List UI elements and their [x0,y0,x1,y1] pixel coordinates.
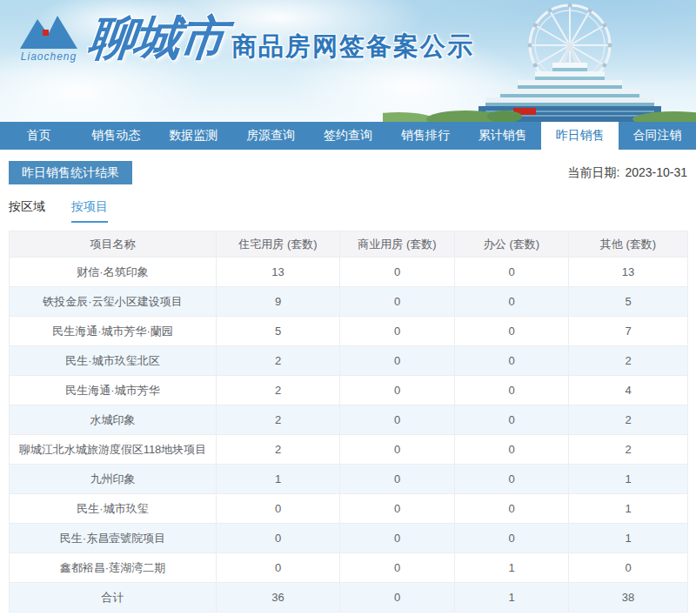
column-header: 住宅用房 (套数) [217,231,340,258]
count-cell: 0 [340,494,455,524]
count-cell: 1 [455,553,569,583]
table-header-row: 项目名称住宅用房 (套数)商业用房 (套数)办公 (套数)其他 (套数) [10,231,688,258]
count-cell: 2 [569,435,688,465]
count-cell: 4 [569,376,688,405]
count-cell: 0 [569,553,688,583]
table-row: 民生海通·城市芳华2004 [10,376,688,405]
column-header: 其他 (套数) [569,231,688,258]
project-name-cell: 铁投金辰·云玺小区建设项目 [10,287,217,317]
table-row: 财信·名筑印象130013 [10,258,688,287]
banner-title: 商品房网签备案公示 [231,30,474,64]
nav-item-contract-cancellation[interactable]: 合同注销 [619,122,696,150]
site-banner: Liaocheng 聊城市 商品房网签备案公示 [0,0,696,122]
count-cell: 38 [569,583,688,613]
table-row: 民生海通·城市芳华·蘭园5007 [10,317,688,346]
table-row: 民生·城市玖玺0001 [10,494,688,524]
main-content: 昨日销售统计结果 当前日期:2023-10-31 按区域按项目 项目名称住宅用房… [0,150,696,613]
count-cell: 1 [217,465,340,494]
count-cell: 0 [340,317,455,346]
project-name-cell: 民生海通·城市芳华 [10,376,217,405]
nav-item-contract-search[interactable]: 签约查询 [310,122,387,150]
nav-item-sales-dynamics[interactable]: 销售动态 [77,122,155,150]
project-name-cell: 财信·名筑印象 [10,258,217,287]
count-cell: 0 [455,494,569,524]
nav-item-sales-ranking[interactable]: 销售排行 [386,122,464,150]
count-cell: 0 [217,524,340,553]
count-cell: 0 [340,376,455,405]
column-header: 项目名称 [10,231,217,258]
count-cell: 0 [340,524,455,553]
logo-subtext: Liaocheng [12,50,85,63]
nav-item-listing-search[interactable]: 房源查询 [232,122,310,150]
sales-statistics-table: 项目名称住宅用房 (套数)商业用房 (套数)办公 (套数)其他 (套数) 财信·… [9,231,688,613]
current-date: 当前日期:2023-10-31 [567,165,687,181]
nav-item-yesterday-sales[interactable]: 昨日销售 [541,122,619,150]
nav-item-cumulative-sales[interactable]: 累计销售 [464,122,541,150]
count-cell: 0 [455,524,569,553]
count-cell: 0 [340,553,455,583]
app-root: Liaocheng 聊城市 商品房网签备案公示 首页销售动态数据监测房源查询签约… [0,0,696,613]
table-row: 水城印象2002 [10,405,688,435]
count-cell: 36 [217,583,340,613]
count-cell: 0 [455,317,569,346]
count-cell: 0 [340,435,455,465]
current-date-value: 2023-10-31 [625,165,687,179]
count-cell: 0 [217,553,340,583]
liaocheng-logo: Liaocheng [12,12,85,63]
table-row: 聊城江北水城旅游度假区118地块项目2002 [10,435,688,465]
table-total-row: 合计360138 [10,583,688,613]
table-row: 民生·城市玖玺北区2002 [10,346,688,376]
project-name-cell: 鑫都裕昌·莲湖湾二期 [10,553,217,583]
count-cell: 0 [455,258,569,287]
count-cell: 13 [217,258,340,287]
count-cell: 2 [569,405,688,435]
count-cell: 0 [455,346,569,376]
project-name-cell: 聊城江北水城旅游度假区118地块项目 [10,435,217,465]
table-row: 九州印象1001 [10,465,688,494]
count-cell: 13 [569,258,688,287]
table-head: 项目名称住宅用房 (套数)商业用房 (套数)办公 (套数)其他 (套数) [10,231,688,258]
count-cell: 1 [455,583,569,613]
nav-item-data-monitoring[interactable]: 数据监测 [155,122,232,150]
content-header: 昨日销售统计结果 当前日期:2023-10-31 [9,161,687,184]
project-name-cell: 民生·城市玖玺北区 [10,346,217,376]
count-cell: 0 [455,376,569,405]
count-cell: 7 [569,317,688,346]
table-row: 鑫都裕昌·莲湖湾二期0010 [10,553,688,583]
count-cell: 0 [340,583,455,613]
project-name-cell: 合计 [10,583,217,613]
column-header: 办公 (套数) [455,231,569,258]
count-cell: 1 [569,494,688,524]
project-name-cell: 民生海通·城市芳华·蘭园 [10,317,217,346]
logo-mountain-icon [18,12,79,50]
count-cell: 1 [569,465,688,494]
count-cell: 2 [217,346,340,376]
nav-item-home[interactable]: 首页 [0,122,77,150]
count-cell: 0 [340,258,455,287]
count-cell: 0 [217,494,340,524]
count-cell: 5 [569,287,688,317]
count-cell: 0 [455,435,569,465]
table-row: 铁投金辰·云玺小区建设项目9005 [10,287,688,317]
count-cell: 0 [340,405,455,435]
main-nav: 首页销售动态数据监测房源查询签约查询销售排行累计销售昨日销售合同注销 [0,122,696,150]
column-header: 商业用房 (套数) [340,231,455,258]
count-cell: 0 [455,465,569,494]
count-cell: 2 [217,405,340,435]
tab-by-region[interactable]: 按区域 [9,199,45,223]
project-name-cell: 九州印象 [10,465,217,494]
count-cell: 0 [340,465,455,494]
tab-by-project[interactable]: 按项目 [71,199,108,223]
count-cell: 2 [217,435,340,465]
view-tabs: 按区域按项目 [9,199,687,223]
current-date-label: 当前日期: [567,165,619,179]
banner-city-name: 聊城市 [86,12,227,63]
table-body: 财信·名筑印象130013铁投金辰·云玺小区建设项目9005民生海通·城市芳华·… [10,258,688,613]
count-cell: 2 [569,346,688,376]
count-cell: 5 [217,317,340,346]
site-brand: Liaocheng 聊城市 商品房网签备案公示 [0,0,696,64]
count-cell: 9 [217,287,340,317]
count-cell: 1 [569,524,688,553]
project-name-cell: 民生·东昌壹號院项目 [10,524,217,553]
count-cell: 0 [340,346,455,376]
